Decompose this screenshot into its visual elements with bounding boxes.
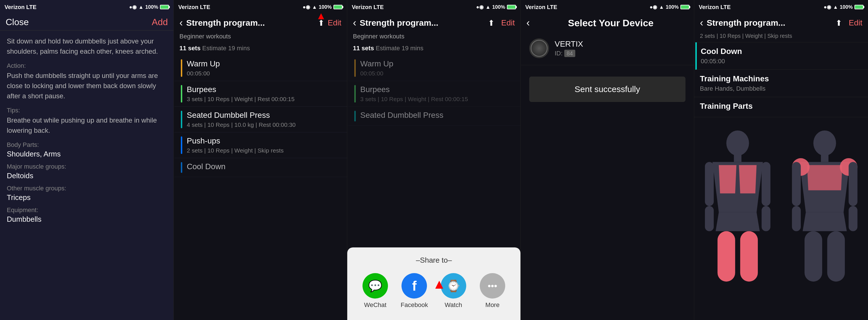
workout-item-content: Seated Dumbbell Press (360, 111, 515, 122)
panel-select-device: Verizon LTE ●◉ ▲ 100% ‹ Select Your Devi… (521, 0, 694, 320)
workout-item-name: Seated Dumbbell Press (187, 111, 341, 120)
back-button-2[interactable]: ‹ (179, 17, 183, 29)
more-circle: ••• (480, 273, 505, 298)
workout-meta-2: 11 sets Estimate 19 mins (174, 42, 347, 55)
edit-button-3[interactable]: Edit (501, 19, 515, 27)
bar-orange-3 (354, 59, 356, 77)
panel-share: Verizon LTE ●◉ ▲ 100% ‹ Strength program… (347, 0, 521, 320)
bar-green-3 (354, 85, 356, 102)
add-button[interactable]: Add (152, 17, 168, 27)
wechat-icon: 💬 (368, 279, 382, 293)
signal-icon-2: ●◉ (303, 4, 310, 10)
battery-percent-2: 100% (319, 4, 332, 10)
panel-exercise-detail: Verizon LTE ●◉ ▲ 100% Close Add Sit down… (0, 0, 174, 320)
list-item[interactable]: Warm Up 00:05:00 (174, 55, 347, 81)
wechat-circle: 💬 (363, 273, 388, 298)
workout-item-name: Cool Down (187, 162, 341, 171)
other-muscle-label: Other muscle groups: (7, 185, 167, 192)
back-button-4[interactable]: ‹ (526, 17, 530, 29)
sets-count-3: 11 sets (353, 44, 374, 52)
exercise-header: Close Add (0, 14, 174, 31)
body-parts-label: Body Parts: (7, 141, 167, 149)
edit-button-2[interactable]: Edit (328, 19, 341, 27)
wechat-label: WeChat (364, 301, 386, 309)
exercise-content: Sit down and hold two dumbbells just abo… (0, 31, 174, 320)
workout-item-content: Warm Up 00:05:00 (187, 59, 341, 77)
battery-percent: 100% (145, 4, 158, 10)
body-diagram (694, 117, 868, 320)
bar-blue-2 (181, 162, 182, 173)
status-icons-3: ●◉ ▲ 100% (476, 4, 516, 10)
battery-percent-3: 100% (492, 4, 505, 10)
carrier-1: Verizon LTE (4, 4, 36, 10)
workout-subtitle-2: Beginner workouts (174, 32, 347, 42)
share-meta-3: 11 sets Estimate 19 mins (347, 42, 521, 55)
training-header: ‹ Strength program... ⬆ Edit (694, 14, 868, 32)
list-item[interactable]: Burpees 3 sets | 10 Reps | Weight | Rest… (174, 81, 347, 107)
list-item[interactable]: Cool Down (174, 158, 347, 177)
bar-green (181, 85, 182, 102)
facebook-share-item[interactable]: f Facebook (400, 273, 428, 309)
training-machines-section[interactable]: Training Machines Bare Hands, Dumbbells (694, 70, 868, 97)
list-item: Burpees 3 sets | 10 Reps | Weight | Rest… (347, 81, 521, 107)
facebook-icon: f (412, 278, 416, 294)
watch-icon: ⌚ (446, 279, 461, 293)
workout-item-content: Seated Dumbbell Press 4 sets | 10 Reps |… (187, 111, 341, 128)
status-icons-4: ●◉ ▲ 100% (650, 4, 689, 10)
signal-icon-4: ●◉ (650, 4, 657, 10)
watch-label: Watch (445, 301, 462, 309)
cool-down-section[interactable]: Cool Down 00:05:00 (695, 42, 868, 70)
red-arrow-up-2: ▲ (316, 10, 326, 22)
svg-rect-16 (792, 206, 801, 231)
more-icon: ••• (488, 281, 497, 291)
workout-item-name: Push-ups (187, 136, 341, 146)
share-icon-5[interactable]: ⬆ (836, 19, 842, 28)
more-share-item[interactable]: ••• More (478, 273, 507, 309)
signal-icon: ●◉ (129, 4, 137, 10)
training-title-5: Strength program... (707, 18, 832, 28)
facebook-circle: f (402, 273, 427, 298)
carrier-5: Verizon LTE (699, 4, 731, 10)
signal-icon-5: ●◉ (824, 4, 831, 10)
action-label: Action: (7, 62, 167, 69)
cool-down-title: Cool Down (701, 47, 862, 56)
device-row[interactable]: VERTIX ID: 84 (521, 32, 694, 65)
workout-item-detail: 3 sets | 10 Reps | Weight | Rest 00:00:1… (360, 96, 515, 102)
body-back-svg (787, 123, 863, 314)
sets-count-2: 11 sets (179, 44, 200, 52)
svg-rect-12 (792, 162, 801, 206)
exercise-description: Sit down and hold two dumbbells just abo… (7, 36, 167, 57)
battery-percent-4: 100% (666, 4, 679, 10)
list-item[interactable]: Push-ups 2 sets | 10 Reps | Weight | Ski… (174, 132, 347, 158)
wechat-share-item[interactable]: 💬 WeChat (361, 273, 390, 309)
device-id-label: ID: (555, 50, 563, 57)
svg-rect-13 (848, 162, 857, 206)
body-parts-value: Shoulders, Arms (7, 150, 167, 158)
status-bar-4: Verizon LTE ●◉ ▲ 100% (521, 0, 694, 14)
workout-item-name: Warm Up (187, 59, 341, 68)
back-button-3[interactable]: ‹ (353, 17, 356, 29)
panel-training-info: Verizon LTE ●◉ ▲ 100% ‹ Strength program… (694, 0, 868, 320)
carrier-3: Verizon LTE (352, 4, 384, 10)
share-icon-3[interactable]: ⬆ (488, 19, 494, 28)
svg-rect-14 (804, 231, 822, 282)
edit-button-5[interactable]: Edit (849, 19, 862, 27)
training-parts-section[interactable]: Training Parts (694, 97, 868, 117)
back-button-5[interactable]: ‹ (700, 17, 703, 29)
share-title-3: Strength program... (360, 18, 485, 28)
list-item[interactable]: Seated Dumbbell Press 4 sets | 10 Reps |… (174, 107, 347, 132)
status-bar-1: Verizon LTE ●◉ ▲ 100% (0, 0, 174, 14)
battery-icon-5 (855, 5, 864, 9)
workout-header: ‹ Strength program... ⬆ ▲ Edit (174, 14, 347, 32)
training-machines-title: Training Machines (700, 74, 862, 83)
training-machines-sub: Bare Hands, Dumbbells (700, 85, 862, 92)
status-icons-2: ●◉ ▲ 100% (303, 4, 342, 10)
device-header: ‹ Select Your Device (521, 14, 694, 32)
battery-icon-4 (680, 5, 689, 9)
close-button[interactable]: Close (6, 17, 29, 27)
tips-text: Breathe out while pushing up and breathe… (7, 115, 167, 135)
svg-rect-17 (848, 206, 857, 231)
status-bar-5: Verizon LTE ●◉ ▲ 100% (694, 0, 868, 14)
svg-point-8 (813, 130, 836, 156)
action-text: Push the dumbbells straight up until you… (7, 71, 167, 101)
